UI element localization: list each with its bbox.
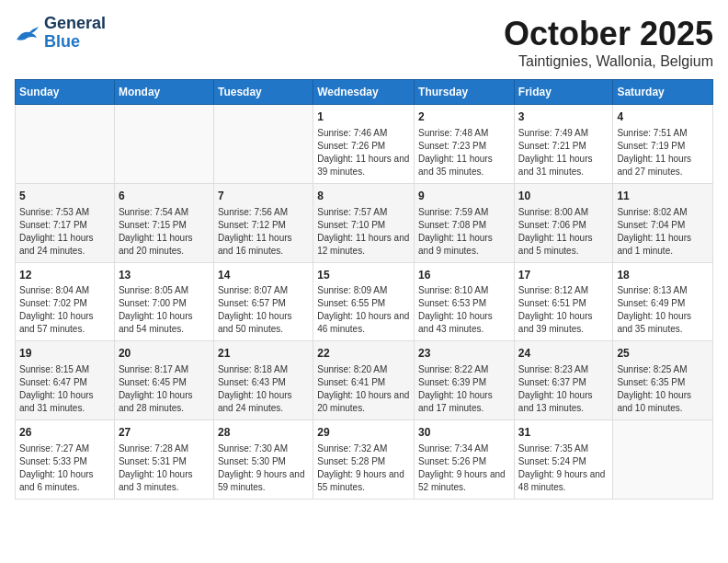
calendar-cell: [213, 105, 313, 184]
calendar-cell: 28Sunrise: 7:30 AM Sunset: 5:30 PM Dayli…: [213, 420, 313, 500]
day-number: 4: [617, 109, 709, 125]
cell-info: Sunrise: 8:22 AM Sunset: 6:39 PM Dayligh…: [418, 363, 510, 415]
logo-text: General Blue: [44, 15, 106, 52]
calendar-cell: 4Sunrise: 7:51 AM Sunset: 7:19 PM Daylig…: [613, 105, 713, 184]
day-number: 14: [218, 268, 309, 283]
col-header-monday: Monday: [114, 80, 213, 105]
day-number: 8: [317, 189, 410, 204]
cell-info: Sunrise: 8:09 AM Sunset: 6:55 PM Dayligh…: [317, 284, 410, 336]
calendar-cell: 19Sunrise: 8:15 AM Sunset: 6:47 PM Dayli…: [16, 341, 115, 420]
calendar-cell: 24Sunrise: 8:23 AM Sunset: 6:37 PM Dayli…: [514, 341, 613, 420]
cell-info: Sunrise: 7:51 AM Sunset: 7:19 PM Dayligh…: [617, 127, 709, 178]
cell-info: Sunrise: 8:18 AM Sunset: 6:43 PM Dayligh…: [218, 363, 309, 415]
day-number: 27: [119, 425, 210, 441]
day-number: 18: [617, 268, 709, 283]
cell-info: Sunrise: 7:49 AM Sunset: 7:21 PM Dayligh…: [518, 127, 609, 178]
calendar-cell: 22Sunrise: 8:20 AM Sunset: 6:41 PM Dayli…: [313, 341, 415, 420]
cell-info: Sunrise: 8:12 AM Sunset: 6:51 PM Dayligh…: [518, 284, 609, 336]
cell-info: Sunrise: 7:48 AM Sunset: 7:23 PM Dayligh…: [418, 127, 510, 178]
day-number: 5: [19, 189, 110, 204]
cell-info: Sunrise: 8:15 AM Sunset: 6:47 PM Dayligh…: [19, 363, 110, 415]
col-header-wednesday: Wednesday: [313, 80, 415, 105]
day-number: 20: [119, 346, 210, 362]
cell-info: Sunrise: 7:34 AM Sunset: 5:26 PM Dayligh…: [418, 442, 510, 494]
cell-info: Sunrise: 8:13 AM Sunset: 6:49 PM Dayligh…: [617, 284, 709, 336]
day-number: 13: [119, 268, 210, 283]
calendar-cell: 20Sunrise: 8:17 AM Sunset: 6:45 PM Dayli…: [114, 341, 213, 420]
calendar-cell: 8Sunrise: 7:57 AM Sunset: 7:10 PM Daylig…: [313, 183, 415, 262]
calendar-cell: 16Sunrise: 8:10 AM Sunset: 6:53 PM Dayli…: [415, 262, 515, 341]
cell-info: Sunrise: 7:54 AM Sunset: 7:15 PM Dayligh…: [119, 206, 210, 258]
calendar-cell: 21Sunrise: 8:18 AM Sunset: 6:43 PM Dayli…: [213, 341, 313, 420]
day-number: 23: [418, 346, 510, 362]
cell-info: Sunrise: 7:27 AM Sunset: 5:33 PM Dayligh…: [19, 442, 110, 494]
calendar-cell: 15Sunrise: 8:09 AM Sunset: 6:55 PM Dayli…: [313, 262, 415, 341]
cell-info: Sunrise: 7:32 AM Sunset: 5:28 PM Dayligh…: [317, 442, 410, 494]
day-number: 28: [218, 425, 309, 441]
cell-info: Sunrise: 7:35 AM Sunset: 5:24 PM Dayligh…: [518, 442, 609, 494]
calendar-cell: 30Sunrise: 7:34 AM Sunset: 5:26 PM Dayli…: [415, 420, 515, 500]
calendar-cell: 3Sunrise: 7:49 AM Sunset: 7:21 PM Daylig…: [514, 105, 613, 184]
calendar-cell: 26Sunrise: 7:27 AM Sunset: 5:33 PM Dayli…: [16, 420, 115, 500]
calendar-cell: [114, 105, 213, 184]
cell-info: Sunrise: 8:20 AM Sunset: 6:41 PM Dayligh…: [317, 363, 410, 415]
day-number: 25: [617, 346, 709, 362]
cell-info: Sunrise: 8:25 AM Sunset: 6:35 PM Dayligh…: [617, 363, 709, 415]
cell-info: Sunrise: 7:56 AM Sunset: 7:12 PM Dayligh…: [218, 206, 309, 258]
calendar-cell: 17Sunrise: 8:12 AM Sunset: 6:51 PM Dayli…: [514, 262, 613, 341]
day-number: 24: [518, 346, 609, 362]
week-row-1: 1Sunrise: 7:46 AM Sunset: 7:26 PM Daylig…: [16, 105, 713, 184]
col-header-friday: Friday: [514, 80, 613, 105]
week-row-3: 12Sunrise: 8:04 AM Sunset: 7:02 PM Dayli…: [16, 262, 713, 341]
logo: General Blue: [15, 15, 106, 52]
calendar-cell: [16, 105, 115, 184]
calendar-cell: 31Sunrise: 7:35 AM Sunset: 5:24 PM Dayli…: [514, 420, 613, 500]
header: General Blue October 2025 Taintignies, W…: [15, 15, 713, 70]
calendar-cell: 14Sunrise: 8:07 AM Sunset: 6:57 PM Dayli…: [213, 262, 313, 341]
cell-info: Sunrise: 8:05 AM Sunset: 7:00 PM Dayligh…: [119, 284, 210, 336]
cell-info: Sunrise: 7:30 AM Sunset: 5:30 PM Dayligh…: [218, 442, 309, 494]
day-number: 15: [317, 268, 410, 283]
cell-info: Sunrise: 7:59 AM Sunset: 7:08 PM Dayligh…: [418, 206, 510, 258]
calendar-cell: 1Sunrise: 7:46 AM Sunset: 7:26 PM Daylig…: [313, 105, 415, 184]
cell-info: Sunrise: 8:02 AM Sunset: 7:04 PM Dayligh…: [617, 206, 709, 258]
calendar-cell: 25Sunrise: 8:25 AM Sunset: 6:35 PM Dayli…: [613, 341, 713, 420]
cell-info: Sunrise: 7:46 AM Sunset: 7:26 PM Dayligh…: [317, 127, 410, 178]
cell-info: Sunrise: 8:00 AM Sunset: 7:06 PM Dayligh…: [518, 206, 609, 258]
day-number: 7: [218, 189, 309, 204]
day-number: 21: [218, 346, 309, 362]
subtitle: Taintignies, Wallonia, Belgium: [504, 53, 713, 70]
cell-info: Sunrise: 7:57 AM Sunset: 7:10 PM Dayligh…: [317, 206, 410, 258]
calendar-table: SundayMondayTuesdayWednesdayThursdayFrid…: [15, 79, 713, 500]
col-header-sunday: Sunday: [16, 80, 115, 105]
day-number: 31: [518, 425, 609, 441]
calendar-cell: 29Sunrise: 7:32 AM Sunset: 5:28 PM Dayli…: [313, 420, 415, 500]
logo-bird-icon: [15, 23, 40, 43]
week-row-2: 5Sunrise: 7:53 AM Sunset: 7:17 PM Daylig…: [16, 183, 713, 262]
day-number: 17: [518, 268, 609, 283]
day-number: 11: [617, 189, 709, 204]
day-number: 16: [418, 268, 510, 283]
cell-info: Sunrise: 8:10 AM Sunset: 6:53 PM Dayligh…: [418, 284, 510, 336]
week-row-5: 26Sunrise: 7:27 AM Sunset: 5:33 PM Dayli…: [16, 420, 713, 500]
col-header-saturday: Saturday: [613, 80, 713, 105]
calendar-cell: [613, 420, 713, 500]
title-section: October 2025 Taintignies, Wallonia, Belg…: [504, 15, 713, 70]
cell-info: Sunrise: 7:28 AM Sunset: 5:31 PM Dayligh…: [119, 442, 210, 494]
day-number: 26: [19, 425, 110, 441]
calendar-cell: 12Sunrise: 8:04 AM Sunset: 7:02 PM Dayli…: [16, 262, 115, 341]
calendar-cell: 23Sunrise: 8:22 AM Sunset: 6:39 PM Dayli…: [415, 341, 515, 420]
cell-info: Sunrise: 8:17 AM Sunset: 6:45 PM Dayligh…: [119, 363, 210, 415]
day-number: 22: [317, 346, 410, 362]
cell-info: Sunrise: 8:07 AM Sunset: 6:57 PM Dayligh…: [218, 284, 309, 336]
calendar-cell: 6Sunrise: 7:54 AM Sunset: 7:15 PM Daylig…: [114, 183, 213, 262]
month-title: October 2025: [504, 15, 713, 53]
calendar-cell: 13Sunrise: 8:05 AM Sunset: 7:00 PM Dayli…: [114, 262, 213, 341]
day-number: 9: [418, 189, 510, 204]
calendar-cell: 9Sunrise: 7:59 AM Sunset: 7:08 PM Daylig…: [415, 183, 515, 262]
day-number: 2: [418, 109, 510, 125]
day-number: 12: [19, 268, 110, 283]
week-row-4: 19Sunrise: 8:15 AM Sunset: 6:47 PM Dayli…: [16, 341, 713, 420]
day-number: 3: [518, 109, 609, 125]
calendar-cell: 18Sunrise: 8:13 AM Sunset: 6:49 PM Dayli…: [613, 262, 713, 341]
